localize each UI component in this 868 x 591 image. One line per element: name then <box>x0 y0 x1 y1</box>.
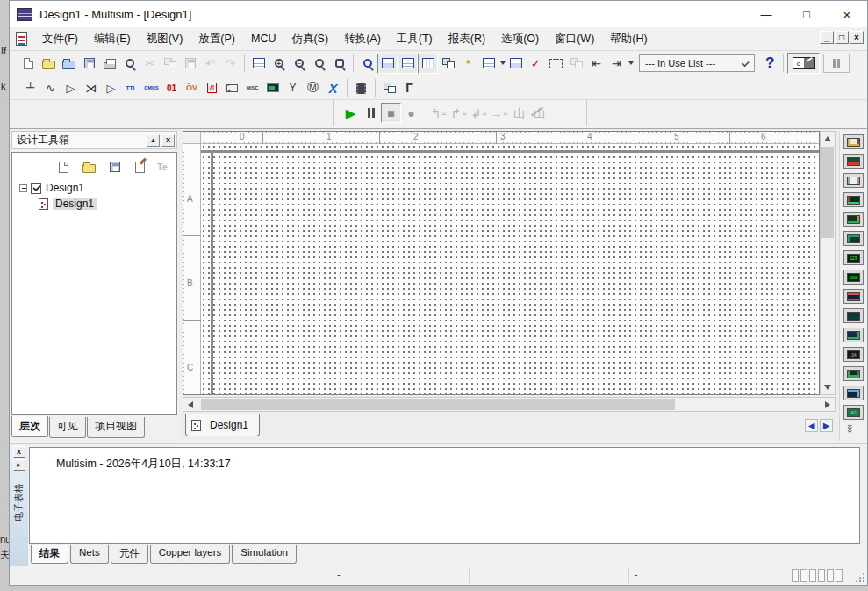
mdi-close-button[interactable]: × <box>850 31 864 44</box>
results-content[interactable]: Multisim - 2026年4月10日, 14:33:17 <box>29 447 860 544</box>
rename-design-button[interactable] <box>132 159 149 175</box>
tree-collapse-icon[interactable] <box>19 184 27 192</box>
four-channel-oscilloscope-icon[interactable] <box>843 212 864 227</box>
place-ni-component-button[interactable]: X <box>323 78 343 98</box>
scroll-up-button[interactable] <box>821 132 835 146</box>
zoom-out-button[interactable]: − <box>289 54 309 74</box>
tab-visibility[interactable]: 可见 <box>49 417 86 438</box>
design-toolbox-toggle[interactable] <box>377 54 398 74</box>
menu-window[interactable]: 窗口(W) <box>547 29 602 49</box>
undo-button[interactable]: ↶ <box>200 54 220 74</box>
place-transistor-button[interactable]: ⋊ <box>81 78 101 98</box>
document-icon[interactable] <box>16 32 27 46</box>
place-diode-button[interactable]: ▷ <box>61 78 81 98</box>
help-button[interactable]: ? <box>760 54 779 72</box>
mdi-minimize-button[interactable]: _ <box>820 31 834 44</box>
menu-place[interactable]: 放置(P) <box>190 29 243 49</box>
iv-analyzer-icon[interactable] <box>843 328 864 342</box>
grapher-button[interactable] <box>478 54 499 74</box>
panel-close-button[interactable]: x <box>161 134 175 147</box>
print-preview-button[interactable] <box>119 54 140 74</box>
bode-plotter-icon[interactable] <box>843 231 864 246</box>
record-button[interactable]: ● <box>401 103 421 123</box>
open-sample-button[interactable] <box>59 54 79 74</box>
in-use-list-dropdown[interactable]: --- In Use List --- <box>639 54 755 72</box>
place-power-button[interactable]: - + <box>222 78 242 98</box>
close-button[interactable]: × <box>827 1 867 27</box>
logic-converter-icon[interactable] <box>843 308 864 323</box>
redo-button[interactable]: ↷ <box>220 54 240 74</box>
place-electromechanical-button[interactable]: Ⓜ <box>303 78 323 98</box>
maximize-button[interactable]: □ <box>786 1 827 27</box>
toolbar-overflow-chevron[interactable]: »» <box>845 424 856 431</box>
mdi-restore-button[interactable]: □ <box>835 31 849 44</box>
title-bar[interactable]: Design1 - Multisim - [Design1] — □ × <box>10 1 867 27</box>
place-mixed-button[interactable]: ÔV <box>182 78 202 98</box>
run-simulation-toggle[interactable]: o <box>787 53 820 74</box>
run-button[interactable]: ▶ <box>341 103 361 123</box>
place-misc-button[interactable]: MISC <box>242 78 262 98</box>
tab-project-view[interactable]: 项目视图 <box>87 417 145 438</box>
panel-collapse-button[interactable]: ▴ <box>147 134 160 147</box>
tree-root-label[interactable]: Design1 <box>46 182 84 194</box>
menu-mcu[interactable]: MCU <box>243 30 283 47</box>
menu-transfer[interactable]: 转换(A) <box>336 29 389 49</box>
multimeter-icon[interactable] <box>843 134 864 149</box>
schematic-canvas[interactable] <box>201 144 820 395</box>
place-rf-button[interactable]: Y <box>283 78 303 98</box>
annotate-dropdown-arrow[interactable] <box>628 61 634 65</box>
scroll-right-button[interactable] <box>825 401 830 408</box>
tree-child-item[interactable]: Design1 <box>12 196 176 212</box>
spectrum-analyzer-icon[interactable] <box>843 366 864 381</box>
design-checkbox-icon[interactable] <box>31 183 41 194</box>
network-analyzer-icon[interactable] <box>843 386 864 400</box>
menu-help[interactable]: 帮助(H) <box>602 29 655 49</box>
function-generator-icon[interactable] <box>843 154 864 169</box>
place-digital-button[interactable]: 01 <box>161 78 182 98</box>
panel-close-button[interactable]: x <box>13 446 25 458</box>
open-design-button[interactable] <box>81 159 98 175</box>
oscilloscope-icon[interactable] <box>843 192 864 207</box>
remove-breakpoint-icon[interactable]: 山 <box>529 103 549 123</box>
new-design-button[interactable] <box>55 159 73 175</box>
tab-nets[interactable]: Nets <box>70 545 109 564</box>
zoom-sheet-button[interactable] <box>357 54 377 74</box>
tree-child-label[interactable]: Design1 <box>53 198 97 210</box>
vertical-scroll-thumb[interactable] <box>821 147 834 238</box>
place-basic-button[interactable]: ∿ <box>40 78 61 98</box>
save-button[interactable] <box>79 54 99 74</box>
menu-options[interactable]: 选项(O) <box>493 29 547 49</box>
scroll-down-button[interactable] <box>821 380 835 394</box>
spreadsheet-view-toggle[interactable] <box>398 54 418 74</box>
menu-view[interactable]: 视图(V) <box>139 29 191 49</box>
horizontal-scroll-thumb[interactable] <box>201 399 675 410</box>
stop-button[interactable]: ■ <box>381 103 401 123</box>
place-analog-button[interactable]: ▷ <box>101 78 121 98</box>
minimize-button[interactable]: — <box>746 1 786 27</box>
zoom-area-button[interactable] <box>309 54 329 74</box>
frequency-counter-icon[interactable]: 123 <box>843 250 864 265</box>
panel-expand-button[interactable]: ▸ <box>13 459 25 471</box>
paste-button[interactable] <box>180 54 200 74</box>
cut-button[interactable]: ✂ <box>140 54 160 74</box>
step-out-icon[interactable]: ↲≡ <box>469 103 489 123</box>
menu-file[interactable]: 文件(F) <box>34 29 86 49</box>
spice-netlist-viewer-toggle[interactable] <box>418 54 438 74</box>
pause-simulation-button[interactable] <box>823 54 850 73</box>
scroll-left-button[interactable] <box>188 401 193 408</box>
menu-edit[interactable]: 编辑(E) <box>86 29 139 49</box>
menu-simulate[interactable]: 仿真(S) <box>283 29 336 49</box>
menu-tools[interactable]: 工具(T) <box>389 29 441 49</box>
tree-root-item[interactable]: Design1 <box>12 180 176 196</box>
distortion-analyzer-icon[interactable]: .04 <box>843 347 864 362</box>
zoom-in-button[interactable]: + <box>269 54 289 74</box>
design-toolbox-header[interactable]: 设计工具箱 ▴ x <box>11 131 177 149</box>
component-wizard-button[interactable]: * <box>458 54 478 74</box>
erc-check-button[interactable]: ✓ <box>526 54 546 74</box>
run-to-cursor-icon[interactable]: →≡ <box>489 103 509 123</box>
agilent-function-generator-icon[interactable]: AG <box>843 405 864 420</box>
open-file-button[interactable] <box>39 54 59 74</box>
zoom-fit-button[interactable] <box>329 54 349 74</box>
hierarchy-block-button[interactable] <box>379 78 399 98</box>
postprocessor-button[interactable] <box>506 54 526 74</box>
